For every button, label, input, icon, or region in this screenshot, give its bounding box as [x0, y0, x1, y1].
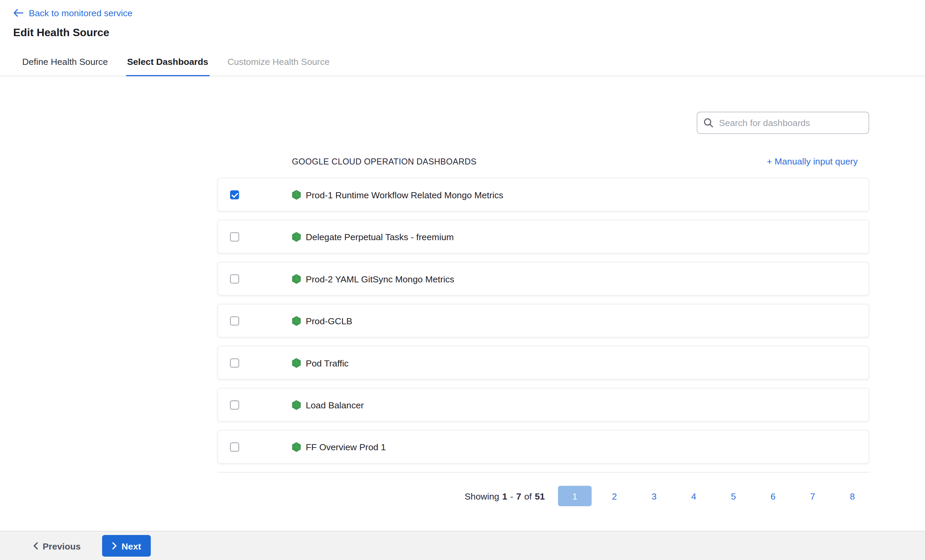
- next-label: Next: [122, 541, 141, 551]
- chevron-left-icon: [33, 541, 39, 551]
- edit-health-source-page: Back to monitored service Edit Health So…: [0, 0, 925, 560]
- dashboard-name: FF Overview Prod 1: [306, 442, 386, 452]
- dashboard-icon: [292, 190, 301, 200]
- back-link-label: Back to monitored service: [29, 8, 133, 18]
- back-arrow-icon: [13, 8, 23, 18]
- table-row[interactable]: Prod-GCLB: [218, 304, 869, 338]
- tab-define-health-source[interactable]: Define Health Source: [21, 50, 109, 76]
- showing-range-end: 7: [516, 491, 521, 501]
- row-checkbox[interactable]: [230, 358, 239, 367]
- next-button[interactable]: Next: [102, 535, 151, 557]
- table-row[interactable]: Delegate Perpetual Tasks - freemium: [218, 220, 869, 254]
- search-icon: [704, 117, 714, 130]
- showing-range-separator: -: [510, 491, 513, 501]
- dashboard-name: Delegate Perpetual Tasks - freemium: [306, 231, 454, 241]
- page-title: Edit Health Source: [13, 26, 925, 39]
- footer-bar: Previous Next: [0, 531, 925, 560]
- column-header: GOOGLE CLOUD OPERATION DASHBOARDS: [292, 157, 477, 166]
- showing-prefix: Showing: [464, 491, 499, 501]
- list-header: GOOGLE CLOUD OPERATION DASHBOARDS + Manu…: [218, 156, 869, 166]
- dashboard-name: Load Balancer: [306, 400, 364, 410]
- dashboard-icon: [292, 231, 301, 241]
- row-checkbox[interactable]: [230, 274, 239, 283]
- table-row[interactable]: Prod-1 Runtime Workflow Related Mongo Me…: [218, 178, 869, 211]
- table-row[interactable]: Prod-2 YAML GitSync Mongo Metrics: [218, 262, 869, 295]
- showing-range-start: 1: [502, 491, 508, 501]
- page-buttons: 12345678: [552, 486, 869, 506]
- dashboard-name: Pod Traffic: [306, 358, 349, 368]
- dashboard-list: Prod-1 Runtime Workflow Related Mongo Me…: [218, 178, 869, 464]
- dashboard-icon: [292, 274, 301, 284]
- page-button[interactable]: 4: [677, 486, 711, 506]
- tab-customize-health-source[interactable]: Customize Health Source: [226, 50, 331, 76]
- row-checkbox[interactable]: [230, 316, 239, 325]
- table-row[interactable]: Load Balancer: [218, 388, 869, 422]
- previous-label: Previous: [42, 541, 81, 551]
- dashboard-icon: [292, 315, 301, 325]
- dashboard-icon: [292, 400, 301, 410]
- showing-of: of: [524, 491, 532, 501]
- tab-select-dashboards[interactable]: Select Dashboards: [126, 50, 209, 76]
- table-row[interactable]: Pod Traffic: [218, 346, 869, 379]
- row-checkbox[interactable]: [230, 232, 239, 241]
- page-button[interactable]: 6: [756, 486, 790, 506]
- chevron-right-icon: [112, 541, 117, 551]
- dashboard-name: Prod-1 Runtime Workflow Related Mongo Me…: [306, 190, 503, 200]
- page-button[interactable]: 3: [637, 486, 671, 506]
- table-row[interactable]: FF Overview Prod 1: [218, 430, 869, 464]
- page-button[interactable]: 5: [717, 486, 750, 506]
- back-link[interactable]: Back to monitored service: [13, 8, 133, 18]
- previous-button[interactable]: Previous: [33, 541, 81, 551]
- dashboard-icon: [292, 358, 301, 368]
- dashboard-name: Prod-GCLB: [306, 315, 353, 325]
- page-button[interactable]: 7: [796, 486, 830, 506]
- row-checkbox[interactable]: [230, 400, 239, 409]
- showing-total: 51: [535, 491, 545, 501]
- dashboard-icon: [292, 442, 301, 452]
- list-divider: [218, 472, 869, 473]
- manual-input-query-link[interactable]: + Manually input query: [767, 156, 858, 166]
- showing-text: Showing 1 - 7 of 51: [464, 491, 545, 501]
- row-checkbox[interactable]: [230, 442, 239, 451]
- page-button-active[interactable]: 1: [558, 486, 592, 506]
- content-area: GOOGLE CLOUD OPERATION DASHBOARDS + Manu…: [0, 112, 925, 506]
- page-button[interactable]: 2: [598, 486, 631, 506]
- dashboard-name: Prod-2 YAML GitSync Mongo Metrics: [306, 274, 454, 284]
- search-box: [697, 112, 869, 134]
- pagination: Showing 1 - 7 of 51 12345678: [218, 486, 869, 506]
- row-checkbox[interactable]: [230, 190, 239, 199]
- page-button[interactable]: 8: [836, 486, 869, 506]
- page-header: Back to monitored service Edit Health So…: [0, 0, 925, 39]
- search-input[interactable]: [697, 112, 869, 134]
- tab-bar: Define Health Source Select Dashboards C…: [0, 50, 925, 76]
